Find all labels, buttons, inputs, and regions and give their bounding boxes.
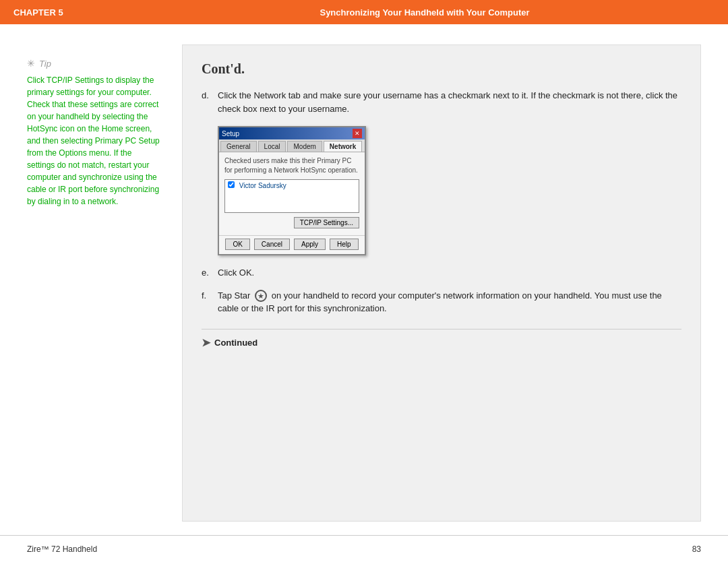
tip-header: ✳ Tip [27, 58, 162, 69]
setup-dialog-image: Setup ✕ General Local Modem Network Chec… [218, 126, 366, 255]
tip-label: Tip [39, 59, 51, 69]
chapter-label: CHAPTER 5 [13, 7, 135, 18]
continued-section: ➤ Continued [202, 329, 681, 349]
step-e-letter: e. [202, 266, 212, 280]
tcpip-settings-button[interactable]: TCP/IP Settings... [294, 217, 359, 228]
step-d-letter: d. [202, 89, 212, 115]
tip-text: Click TCP/IP Settings to display the pri… [27, 74, 162, 208]
step-e-text: Click OK. [218, 266, 681, 280]
dialog-tcpip-btn-container: TCP/IP Settings... [224, 217, 359, 228]
step-f-text-before: Tap Star [218, 290, 250, 301]
dialog-apply-button[interactable]: Apply [294, 239, 326, 250]
page-footer: Zire™ 72 Handheld 83 [0, 535, 728, 562]
dialog-footer: OK Cancel Apply Help [219, 235, 365, 254]
dialog-user-listbox[interactable]: Victor Sadursky [224, 179, 359, 213]
dialog-ok-button[interactable]: OK [225, 239, 249, 250]
step-d-text: Click the Network tab and make sure your… [218, 89, 681, 115]
dialog-username: Victor Sadursky [239, 182, 286, 189]
dialog-description: Checked users make this their Primary PC… [224, 156, 359, 175]
step-f: f. Tap Star ★ on your handheld to record… [202, 289, 681, 315]
main-content: ✳ Tip Click TCP/IP Settings to display t… [0, 24, 728, 535]
dialog-tab-modem[interactable]: Modem [287, 141, 322, 152]
star-icon: ★ [255, 290, 267, 302]
step-f-text-after: on your handheld to record your computer… [218, 290, 662, 314]
chapter-title: Synchronizing Your Handheld with Your Co… [135, 7, 715, 18]
page-number: 83 [692, 544, 701, 554]
dialog-tab-general[interactable]: General [220, 141, 257, 152]
contd-label: Cont'd. [202, 61, 681, 77]
tip-star-icon: ✳ [27, 58, 35, 69]
dialog-help-button[interactable]: Help [330, 239, 359, 250]
dialog-titlebar: Setup ✕ [219, 127, 365, 139]
dialog-body: Checked users make this their Primary PC… [219, 152, 365, 235]
dialog-close-button[interactable]: ✕ [353, 129, 362, 138]
dialog-title: Setup [222, 130, 239, 137]
dialog-tab-local[interactable]: Local [258, 141, 286, 152]
dialog-tabs: General Local Modem Network [219, 139, 365, 152]
step-f-text: Tap Star ★ on your handheld to record yo… [218, 289, 681, 315]
content-panel: Cont'd. d. Click the Network tab and mak… [182, 44, 701, 522]
product-name: Zire™ 72 Handheld [27, 544, 97, 554]
continued-arrow-icon: ➤ [202, 336, 210, 349]
step-e: e. Click OK. [202, 266, 681, 280]
tip-column: ✳ Tip Click TCP/IP Settings to display t… [27, 44, 162, 522]
step-f-letter: f. [202, 289, 212, 315]
step-d: d. Click the Network tab and make sure y… [202, 89, 681, 115]
page-header: CHAPTER 5 Synchronizing Your Handheld wi… [0, 0, 728, 24]
dialog-cancel-button[interactable]: Cancel [254, 239, 290, 250]
continued-label: Continued [214, 338, 257, 348]
user-checkbox[interactable] [228, 181, 235, 188]
dialog-tab-network[interactable]: Network [324, 141, 362, 152]
dialog-user-item: Victor Sadursky [228, 181, 356, 191]
